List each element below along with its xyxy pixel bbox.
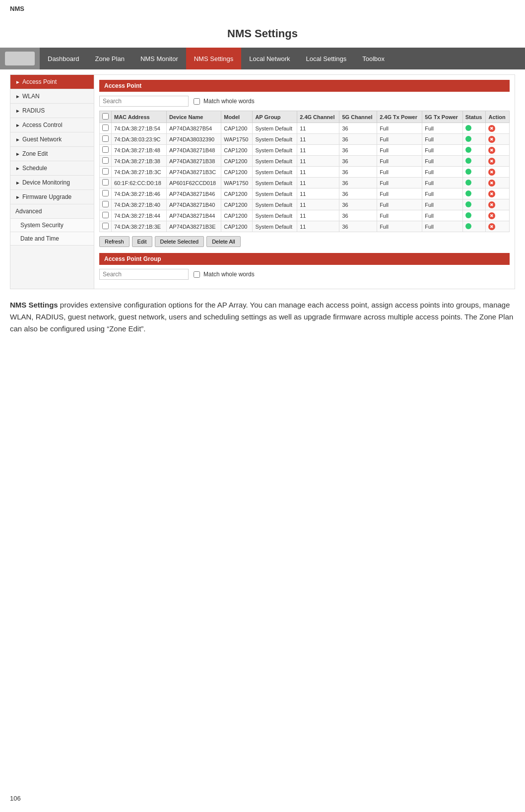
action-icon[interactable]: ✖	[488, 158, 495, 165]
sidebar-item-schedule[interactable]: ► Schedule	[10, 161, 94, 176]
status-indicator	[465, 169, 471, 175]
row-ch5: 36	[339, 199, 377, 210]
row-tx5: Full	[422, 167, 462, 178]
row-tx5: Full	[422, 188, 462, 199]
nav-dashboard[interactable]: Dashboard	[40, 48, 87, 69]
arrow-icon: ►	[15, 123, 20, 128]
sidebar-item-firmware-upgrade[interactable]: ► Firmware Upgrade	[10, 190, 94, 204]
row-checkbox-cell	[100, 145, 112, 156]
action-icon[interactable]: ✖	[488, 136, 495, 143]
sidebar-item-advanced[interactable]: Advanced	[10, 204, 94, 219]
table-row: 74:DA:38:03:23:9C AP74DA38032390 WAP1750…	[100, 134, 510, 145]
sidebar-item-wlan[interactable]: ► WLAN	[10, 89, 94, 104]
row-tx5: Full	[422, 156, 462, 167]
action-icon[interactable]: ✖	[488, 147, 495, 154]
row-model: CAP1200	[221, 210, 253, 221]
ap-group-match-checkbox[interactable]	[194, 271, 200, 278]
row-group: System Default	[253, 167, 297, 178]
row-checkbox[interactable]	[102, 190, 109, 196]
action-icon[interactable]: ✖	[488, 201, 495, 208]
row-action: ✖	[486, 145, 510, 156]
row-checkbox[interactable]	[102, 201, 109, 207]
row-tx24: Full	[377, 156, 422, 167]
row-action: ✖	[486, 134, 510, 145]
sidebar-item-radius[interactable]: ► RADIUS	[10, 104, 94, 118]
sidebar: ► Access Point ► WLAN ► RADIUS ► Access …	[10, 74, 94, 289]
nav-local-settings[interactable]: Local Settings	[298, 48, 355, 69]
arrow-icon: ►	[15, 180, 20, 186]
row-group: System Default	[253, 156, 297, 167]
sidebar-item-zone-edit[interactable]: ► Zone Edit	[10, 147, 94, 161]
row-status	[462, 199, 486, 210]
status-indicator	[465, 190, 471, 196]
sidebar-item-device-monitoring[interactable]: ► Device Monitoring	[10, 176, 94, 190]
row-checkbox[interactable]	[102, 125, 109, 131]
sidebar-item-access-control[interactable]: ► Access Control	[10, 118, 94, 132]
row-checkbox[interactable]	[102, 146, 109, 153]
row-status	[462, 178, 486, 188]
row-checkbox-cell	[100, 134, 112, 145]
action-icon[interactable]: ✖	[488, 190, 495, 197]
ap-search-input[interactable]	[99, 96, 189, 107]
refresh-button[interactable]: Refresh	[99, 236, 130, 247]
row-action: ✖	[486, 178, 510, 188]
row-model: CAP1200	[221, 167, 253, 178]
nav-nms-settings[interactable]: NMS Settings	[186, 48, 241, 69]
row-mac: 74:DA:38:27:1B:3C	[112, 167, 167, 178]
row-checkbox[interactable]	[102, 223, 109, 229]
action-icon[interactable]: ✖	[488, 212, 495, 219]
row-model: CAP1200	[221, 188, 253, 199]
row-mac: 74:DA:38:27:1B:40	[112, 199, 167, 210]
nav-nms-monitor[interactable]: NMS Monitor	[132, 48, 186, 69]
row-mac: 74:DA:38:27:1B:54	[112, 123, 167, 134]
match-whole-words-checkbox[interactable]	[194, 98, 200, 105]
edit-button[interactable]: Edit	[132, 236, 152, 247]
row-action: ✖	[486, 210, 510, 221]
ap-group-header: Access Point Group	[99, 253, 510, 265]
delete-selected-button[interactable]: Delete Selected	[155, 236, 204, 247]
row-tx24: Full	[377, 178, 422, 188]
action-icon[interactable]: ✖	[488, 180, 495, 187]
select-all-checkbox[interactable]	[102, 113, 109, 120]
row-tx5: Full	[422, 199, 462, 210]
nav-zone-plan[interactable]: Zone Plan	[87, 48, 132, 69]
action-icon[interactable]: ✖	[488, 223, 495, 230]
sidebar-item-date-time[interactable]: Date and Time	[10, 232, 94, 246]
nav-local-network[interactable]: Local Network	[241, 48, 298, 69]
row-tx24: Full	[377, 199, 422, 210]
ap-group-section: Access Point Group Match whole words	[99, 253, 510, 280]
row-checkbox[interactable]	[102, 168, 109, 175]
row-ch5: 36	[339, 156, 377, 167]
nav-toolbox[interactable]: Toolbox	[354, 48, 393, 69]
row-model: CAP1200	[221, 221, 253, 232]
row-device: AP74DA3827B54	[166, 123, 221, 134]
row-ch24: 11	[297, 188, 339, 199]
row-mac: 74:DA:38:27:1B:38	[112, 156, 167, 167]
row-action: ✖	[486, 156, 510, 167]
delete-all-button[interactable]: Delete All	[206, 236, 240, 247]
table-row: 74:DA:38:27:1B:3C AP74DA38271B3C CAP1200…	[100, 167, 510, 178]
row-checkbox[interactable]	[102, 212, 109, 218]
sidebar-item-system-security[interactable]: System Security	[10, 219, 94, 232]
page-number: 106	[10, 795, 21, 802]
nav-logo	[0, 48, 40, 69]
row-device: AP74DA38271B38	[166, 156, 221, 167]
action-icon[interactable]: ✖	[488, 125, 495, 132]
row-tx24: Full	[377, 145, 422, 156]
row-tx5: Full	[422, 221, 462, 232]
arrow-icon: ►	[15, 79, 20, 85]
col-checkbox	[100, 111, 112, 123]
row-checkbox[interactable]	[102, 157, 109, 164]
row-checkbox[interactable]	[102, 135, 109, 142]
row-mac: 74:DA:38:27:1B:3E	[112, 221, 167, 232]
action-icon[interactable]: ✖	[488, 169, 495, 176]
status-indicator	[465, 201, 471, 207]
row-ch5: 36	[339, 123, 377, 134]
row-checkbox[interactable]	[102, 179, 109, 186]
row-tx24: Full	[377, 188, 422, 199]
row-mac: 74:DA:38:27:1B:44	[112, 210, 167, 221]
page-title: NMS Settings	[0, 27, 525, 40]
sidebar-item-guest-network[interactable]: ► Guest Network	[10, 132, 94, 147]
sidebar-item-access-point[interactable]: ► Access Point	[10, 75, 94, 89]
ap-group-search-input[interactable]	[99, 269, 189, 280]
